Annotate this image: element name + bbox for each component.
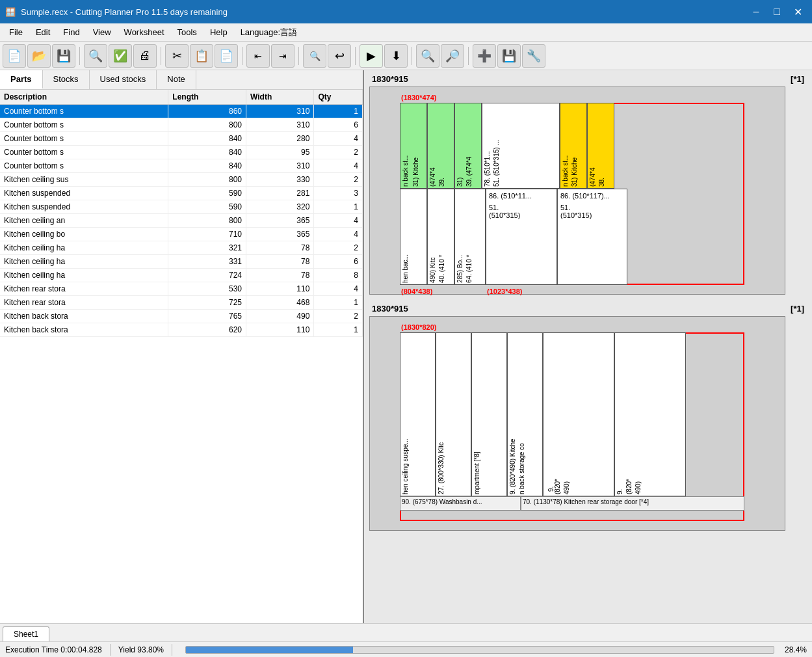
menu-item-view[interactable]: View (86, 25, 118, 40)
cell-qty: 2 (314, 146, 363, 159)
progress-bar-container[interactable] (185, 646, 774, 654)
table-row[interactable]: Kitchen suspended5902813 (0, 187, 363, 200)
piece-s2-6: 9. (820* 490) (614, 332, 686, 496)
cell-qty: 3 (314, 187, 363, 200)
piece-s2-3: mpartment [*8] (471, 332, 507, 496)
zoom-in-button[interactable]: 🔍 (416, 44, 439, 68)
cell-desc: Kitchen rear stora (0, 282, 168, 296)
check-button[interactable]: ✅ (109, 44, 132, 68)
db-save-button[interactable]: 💾 (497, 44, 521, 68)
table-row[interactable]: Kitchen ceiling ha321782 (0, 241, 363, 255)
title-left: 🪟 Sumple.recx - Cutting Planner Pro 11.5… (5, 7, 228, 17)
cell-qty: 1 (314, 296, 363, 310)
cut-button[interactable]: ✂ (165, 44, 189, 68)
undo-button[interactable]: ↩ (328, 44, 351, 68)
cell-qty: 4 (314, 214, 363, 228)
stock-tag-1: [*1] (791, 74, 804, 84)
tab-note[interactable]: Note (157, 70, 196, 89)
stock-diagram-2: (1830*820) hen ceiling suspe... 27. (800… (369, 316, 785, 531)
sheet-tab-1[interactable]: Sheet1 (3, 626, 49, 641)
cell-length: 530 (168, 282, 246, 296)
cell-width: 330 (246, 173, 314, 187)
print-button[interactable]: 🖨 (133, 44, 157, 68)
menu-item-help[interactable]: Help (203, 25, 234, 40)
table-row[interactable]: Counter bottom s8603101 (0, 105, 363, 118)
tab-used-stocks[interactable]: Used stocks (90, 70, 157, 89)
find-button[interactable]: 🔍 (303, 44, 326, 68)
toolbar-sep-6 (412, 47, 412, 65)
table-row[interactable]: Kitchen rear stora5301104 (0, 282, 363, 296)
cell-length: 840 (168, 146, 246, 159)
table-row[interactable]: Kitchen back stora7654902 (0, 310, 363, 323)
run-button[interactable]: ▶ (360, 44, 383, 68)
cell-qty: 2 (314, 310, 363, 323)
bottom-piece-2: 70. (1130*78) Kitchen rear storage door … (521, 496, 744, 511)
table-row[interactable]: Counter bottom s8402804 (0, 132, 363, 146)
title-controls: – □ ✕ (747, 3, 807, 21)
window-title: Sumple.recx - Cutting Planner Pro 11.5 d… (21, 7, 228, 17)
menu-item-language[interactable]: Language:言語 (234, 24, 304, 41)
status-sep-2 (172, 644, 172, 656)
maximize-button[interactable]: □ (768, 3, 786, 21)
stock-panel-1: 1830*915 [*1] (1830*474) n back st... 31… (367, 73, 809, 295)
table-row[interactable]: Kitchen ceiling ha331786 (0, 255, 363, 269)
cell-desc: Counter bottom s (0, 132, 168, 146)
table-row[interactable]: Kitchen rear stora7254681 (0, 296, 363, 310)
piece-5: n back st... 31) Kitche (560, 103, 587, 189)
right-panel[interactable]: 1830*915 [*1] (1830*474) n back st... 31… (364, 70, 812, 623)
minimize-button[interactable]: – (747, 3, 765, 21)
close-button[interactable]: ✕ (789, 3, 807, 21)
piece-11: 86. (510*117)... 51. (510*315) (557, 189, 627, 285)
save-button[interactable]: 💾 (52, 44, 75, 68)
toolbar-sep-4 (298, 47, 299, 65)
piece-s2-5: 9. (820* 490) (543, 332, 614, 496)
search-button[interactable]: 🔍 (84, 44, 107, 68)
zoom-out-button[interactable]: 🔎 (441, 44, 464, 68)
menu-item-find[interactable]: Find (57, 25, 86, 40)
add-button[interactable]: ➕ (473, 44, 496, 68)
table-row[interactable]: Counter bottom s840952 (0, 146, 363, 159)
cell-qty: 2 (314, 241, 363, 255)
menu-item-tools[interactable]: Tools (171, 25, 203, 40)
cell-length: 725 (168, 296, 246, 310)
col-length: Length (168, 90, 246, 105)
cell-desc: Kitchen back stora (0, 323, 168, 337)
parts-table-body: Counter bottom s8603101Counter bottom s8… (0, 105, 363, 337)
menu-item-worksheet[interactable]: Worksheet (118, 25, 171, 40)
align-left-button[interactable]: ⇤ (246, 44, 270, 68)
tab-stocks[interactable]: Stocks (43, 70, 90, 89)
piece-1: n back st... 31) Kitche (400, 103, 427, 189)
align-right-button[interactable]: ⇥ (271, 44, 295, 68)
menu-item-edit[interactable]: Edit (29, 25, 57, 40)
cell-desc: Kitchen ceiling ha (0, 269, 168, 282)
export-button[interactable]: ⬇ (384, 44, 408, 68)
table-row[interactable]: Kitchen ceiling ha724788 (0, 269, 363, 282)
new-button[interactable]: 📄 (3, 44, 26, 68)
table-row[interactable]: Counter bottom s8403104 (0, 159, 363, 173)
cell-desc: Kitchen rear stora (0, 296, 168, 310)
table-row[interactable]: Kitchen ceiling an8003654 (0, 214, 363, 228)
menu-item-file[interactable]: File (3, 25, 29, 40)
cell-length: 765 (168, 310, 246, 323)
tab-parts[interactable]: Parts (0, 70, 43, 89)
table-row[interactable]: Kitchen ceiling bo7103654 (0, 228, 363, 241)
stock-panel-2: 1830*915 [*1] (1830*820) hen ceiling sus… (367, 302, 809, 531)
cell-width: 468 (246, 296, 314, 310)
used-region-label-2: (1830*820) (401, 323, 436, 331)
cell-qty: 1 (314, 105, 363, 118)
table-row[interactable]: Counter bottom s8003106 (0, 118, 363, 132)
table-row[interactable]: Kitchen suspended5903201 (0, 200, 363, 214)
yield-label: Yield 93.80% (118, 645, 164, 654)
cell-desc: Kitchen ceiling ha (0, 255, 168, 269)
open-button[interactable]: 📂 (27, 44, 51, 68)
settings-button[interactable]: 🔧 (522, 44, 545, 68)
table-row[interactable]: Kitchen ceiling sus8003302 (0, 173, 363, 187)
cell-qty: 1 (314, 323, 363, 337)
parts-table-container[interactable]: Description Length Width Qty Counter bot… (0, 90, 363, 623)
paste-button[interactable]: 📄 (215, 44, 238, 68)
cell-width: 490 (246, 310, 314, 323)
cell-desc: Kitchen ceiling ha (0, 241, 168, 255)
cell-length: 620 (168, 323, 246, 337)
copy-button[interactable]: 📋 (190, 44, 213, 68)
table-row[interactable]: Kitchen back stora6201101 (0, 323, 363, 337)
